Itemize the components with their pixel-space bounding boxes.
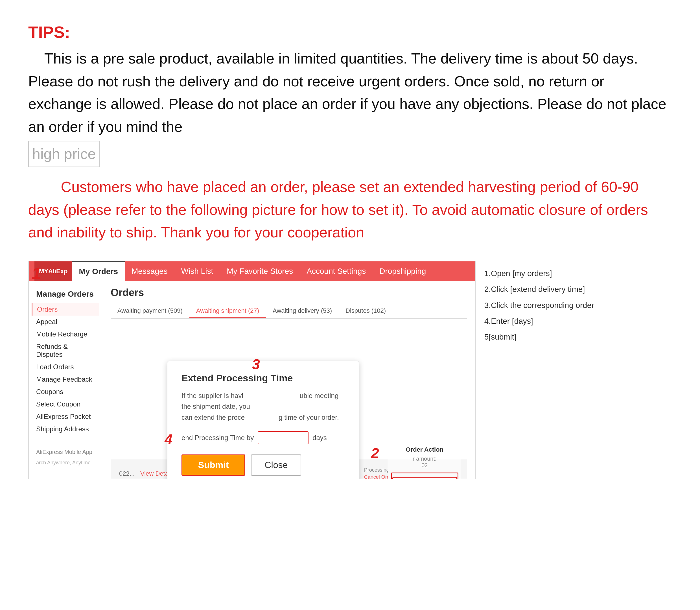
step-2-label: 2.Click [extend delivery time] [484,282,663,296]
extend-processing-modal: 3 Extend Processing Time If the supplier… [167,361,359,479]
main-content: Orders Awaiting payment (509) Awaiting s… [102,281,475,479]
sidebar-item-express-pocket[interactable]: AliExpress Pocket [32,411,99,423]
orders-tabs: Awaiting payment (509) Awaiting shipment… [111,304,467,319]
sidebar-item-shipping[interactable]: Shipping Address [32,423,99,435]
red-notice: Customers who have placed an order, plea… [28,176,672,244]
sidebar-item-load-orders[interactable]: Load Orders [32,361,99,373]
step3-badge: 3 [252,356,260,373]
aliexpress-panel: 1 MYAliExp My Orders Messages Wish List … [28,261,476,479]
tab-awaiting-shipment[interactable]: Awaiting shipment (27) [190,304,266,318]
days-input[interactable] [258,431,309,444]
step-4-label: 4.Enter [days] [484,314,663,328]
order-action-title: Order Action [406,446,443,453]
order-action-panel: 2 Order Action r amount: 02 Extend Proce… [388,459,461,479]
input-prefix: end Processing Time by [181,434,254,442]
sidebar-item-coupons[interactable]: Coupons [32,386,99,398]
right-panel: 1.Open [my orders] 2.Click [extend deliv… [476,261,672,479]
tab-awaiting-payment[interactable]: Awaiting payment (509) [111,304,190,318]
footer-app-label: AliExpress Mobile App [32,447,99,458]
sidebar-title: Manage Orders [32,287,99,302]
sidebar-item-select-coupon[interactable]: Select Coupon [32,398,99,411]
sidebar-item-orders[interactable]: Orders [32,303,99,316]
nav-favorite-stores[interactable]: My Favorite Stores [220,261,300,281]
footer-tagline: arch Anywhere, Anytime [32,458,99,468]
input-suffix: days [312,434,327,442]
sidebar-item-appeal[interactable]: Appeal [32,316,99,328]
sidebar-item-feedback[interactable]: Manage Feedback [32,373,99,386]
tips-section: TIPS: This is a pre sale product, availa… [28,22,672,176]
order-amount-label: r amount: [413,455,436,462]
view-detail[interactable]: View Detail [140,470,171,477]
extend-btn-box: Extend Processing Time [391,472,458,479]
tips-body: This is a pre sale product, available in… [28,47,672,176]
modal-input-row: end Processing Time by days [181,431,345,444]
modal-body: If the supplier is havi uble meeting the… [181,390,345,423]
orders-title: Orders [111,287,467,299]
nav-dropshipping[interactable]: Dropshipping [373,261,433,281]
extend-processing-button[interactable]: Extend Processing Time [392,477,457,479]
nav-account-settings[interactable]: Account Settings [300,261,373,281]
sidebar-item-mobile-recharge[interactable]: Mobile Recharge [32,328,99,340]
nav-messages[interactable]: Messages [125,261,175,281]
extend-btn-wrapper: Extend Processing Time [391,472,458,479]
step-1-label: 1.Open [my orders] [484,267,663,280]
step1-badge: 1 [32,264,41,283]
step2-badge: 2 [371,445,379,462]
tab-awaiting-delivery[interactable]: Awaiting delivery (53) [266,304,339,318]
nav-wish-list[interactable]: Wish List [175,261,220,281]
submit-button[interactable]: Submit [181,454,245,476]
sidebar: Manage Orders Orders Appeal Mobile Recha… [29,281,102,479]
high-price-text: high price [28,141,100,167]
close-button[interactable]: Close [251,454,301,476]
sidebar-item-refunds[interactable]: Refunds & Disputes [32,340,99,361]
nav-my-orders[interactable]: My Orders [72,261,125,281]
tab-disputes[interactable]: Disputes (102) [339,304,393,318]
step-5-label: 5[submit] [484,330,663,344]
modal-buttons: Submit Close [181,454,345,476]
screenshot-area: 1 MYAliExp My Orders Messages Wish List … [28,261,672,479]
modal-title: Extend Processing Time [181,373,345,384]
top-nav: MYAliExp My Orders Messages Wish List My… [29,261,475,281]
order-id: 022... [119,470,135,477]
tips-label: TIPS: [28,22,672,42]
order-amount-value: 02 [421,462,428,469]
content-area: Manage Orders Orders Appeal Mobile Recha… [29,281,475,479]
step-3-label: 3.Click the corresponding order [484,299,663,312]
